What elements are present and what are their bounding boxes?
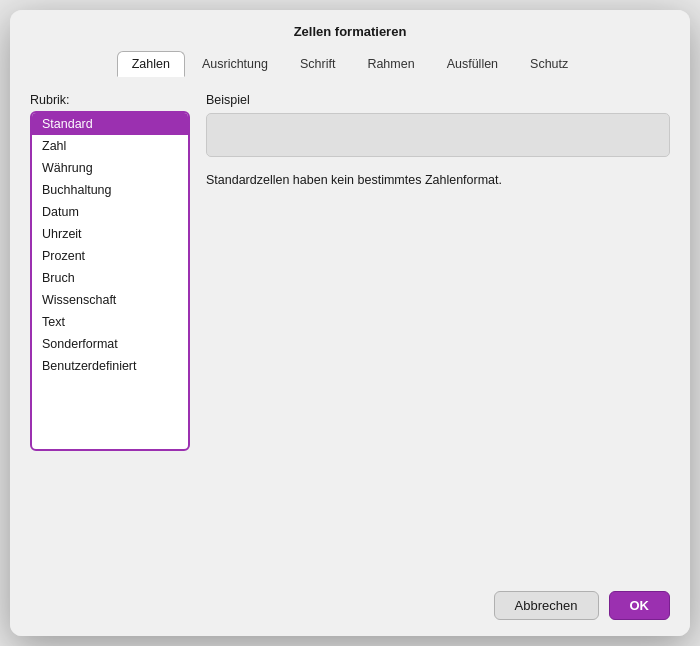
category-item-buchhaltung[interactable]: Buchhaltung bbox=[32, 179, 188, 201]
ok-button[interactable]: OK bbox=[609, 591, 671, 620]
tab-schrift[interactable]: Schrift bbox=[285, 51, 350, 77]
category-item-zahl[interactable]: Zahl bbox=[32, 135, 188, 157]
category-item-datum[interactable]: Datum bbox=[32, 201, 188, 223]
description-text: Standardzellen haben kein bestimmtes Zah… bbox=[206, 171, 670, 190]
tab-ausrichtung[interactable]: Ausrichtung bbox=[187, 51, 283, 77]
category-item-text[interactable]: Text bbox=[32, 311, 188, 333]
dialog-content: Rubrik: Standard Zahl Währung Buchhaltun… bbox=[10, 77, 690, 579]
category-item-prozent[interactable]: Prozent bbox=[32, 245, 188, 267]
right-panel: Beispiel Standardzellen haben kein besti… bbox=[206, 93, 670, 569]
content-area: Rubrik: Standard Zahl Währung Buchhaltun… bbox=[30, 93, 670, 569]
category-item-standard[interactable]: Standard bbox=[32, 113, 188, 135]
tabs-bar: Zahlen Ausrichtung Schrift Rahmen Ausfül… bbox=[10, 47, 690, 77]
category-item-wissenschaft[interactable]: Wissenschaft bbox=[32, 289, 188, 311]
tab-schutz[interactable]: Schutz bbox=[515, 51, 583, 77]
category-item-sonderformat[interactable]: Sonderformat bbox=[32, 333, 188, 355]
category-item-benutzerdefiniert[interactable]: Benutzerdefiniert bbox=[32, 355, 188, 377]
category-item-bruch[interactable]: Bruch bbox=[32, 267, 188, 289]
beispiel-label: Beispiel bbox=[206, 93, 670, 107]
tab-rahmen[interactable]: Rahmen bbox=[352, 51, 429, 77]
tab-ausfuellen[interactable]: Ausfüllen bbox=[432, 51, 513, 77]
category-item-uhrzeit[interactable]: Uhrzeit bbox=[32, 223, 188, 245]
cancel-button[interactable]: Abbrechen bbox=[494, 591, 599, 620]
left-panel: Rubrik: Standard Zahl Währung Buchhaltun… bbox=[30, 93, 190, 569]
rubrik-label: Rubrik: bbox=[30, 93, 190, 107]
beispiel-box bbox=[206, 113, 670, 157]
category-item-waehrung[interactable]: Währung bbox=[32, 157, 188, 179]
tab-zahlen[interactable]: Zahlen bbox=[117, 51, 185, 77]
dialog-footer: Abbrechen OK bbox=[10, 579, 690, 636]
category-list[interactable]: Standard Zahl Währung Buchhaltung Datum … bbox=[30, 111, 190, 451]
dialog-title: Zellen formatieren bbox=[10, 10, 690, 47]
dialog: Zellen formatieren Zahlen Ausrichtung Sc… bbox=[10, 10, 690, 636]
